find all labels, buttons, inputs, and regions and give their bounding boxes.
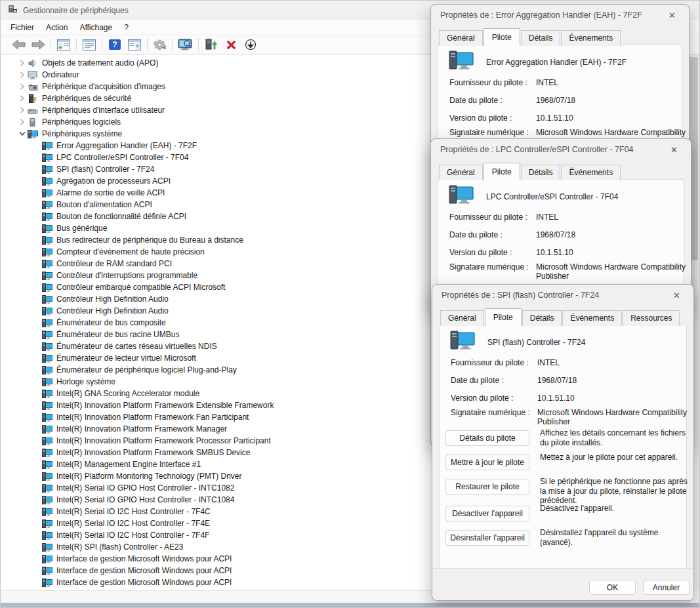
tree-device-label: LPC Controller/eSPI Controller - 7F04: [56, 153, 188, 162]
tab-événements[interactable]: Événements: [561, 30, 621, 46]
tab-détails[interactable]: Détails: [522, 310, 562, 326]
close-icon[interactable]: ✕: [665, 9, 680, 22]
tree-device-label: Intel(R) Serial IO GPIO Host Controller …: [56, 495, 234, 504]
tree-device-label: Bus générique: [56, 224, 107, 233]
tree-device-label: Énumérateur de bus composite: [56, 318, 166, 327]
toolbar-group: [6, 37, 51, 52]
export-list-icon[interactable]: [81, 37, 97, 52]
dialog-footer: OK Annuler: [432, 568, 693, 600]
system-device-icon: [42, 165, 52, 174]
tree-device-label: Contrôleur embarqué compatible ACPI Micr…: [56, 283, 225, 292]
tree-device-label: SPI (flash) Controller - 7F24: [56, 165, 154, 174]
field-value: Microsoft Windows Hardware Compatibility…: [536, 262, 692, 281]
tab-ressources[interactable]: Ressources: [623, 310, 680, 326]
system-device-icon: [42, 354, 52, 363]
chevron-right-icon[interactable]: [17, 107, 28, 113]
system-device-icon: [42, 531, 52, 540]
chevron-right-icon[interactable]: [17, 119, 28, 125]
restaurer-le-pilote-button[interactable]: Restaurer le pilote: [445, 479, 529, 495]
tree-device-label: Intel(R) Management Engine Interface #1: [56, 460, 201, 469]
tree-category-label: Périphériques logiciels: [42, 117, 121, 127]
tree-device-label: Contrôleur de RAM standard PCI: [56, 259, 172, 268]
ok-button[interactable]: OK: [589, 580, 636, 595]
desktop-strip: [1, 603, 699, 607]
chevron-down-icon[interactable]: [17, 131, 28, 136]
chevron-right-icon[interactable]: [17, 83, 28, 90]
cancel-button[interactable]: Annuler: [643, 580, 690, 595]
chevron-right-icon[interactable]: [17, 95, 28, 102]
mettre-jour-le-pilote-button[interactable]: Mettre à jour le pilote: [445, 455, 529, 470]
field-value: 10.1.51.10: [537, 394, 693, 403]
tab-détails[interactable]: Détails: [521, 165, 561, 180]
tab-pilote[interactable]: Pilote: [484, 163, 520, 180]
menu-item-action[interactable]: Action: [40, 22, 73, 33]
show-console-tree-icon[interactable]: [56, 37, 72, 52]
dialog-title: Propriétés de : LPC Controller/eSPI Cont…: [440, 145, 634, 154]
dialog-titlebar: Propriétés de : LPC Controller/eSPI Cont…: [431, 139, 691, 160]
tab-pilote[interactable]: Pilote: [485, 308, 522, 326]
menu-item-affichage[interactable]: Affichage: [73, 22, 118, 33]
tree-category-label: Périphériques de sécurité: [42, 94, 131, 103]
action-description: Si le périphérique ne fonctionne pas apr…: [540, 477, 692, 506]
tree-device-label: Compteur d'événement de haute précision: [56, 247, 205, 256]
system-device-icon: [42, 176, 52, 186]
field-label: Signataire numérique :: [449, 262, 529, 272]
back-icon[interactable]: [10, 37, 26, 52]
system-device-icon: [42, 235, 52, 245]
d-tails-du-pilote-button[interactable]: Détails du pilote: [445, 430, 529, 446]
tab-événements[interactable]: Événements: [561, 165, 621, 180]
field-label: Version du pilote :: [451, 394, 513, 403]
tree-device-label: Intel(R) Serial IO I2C Host Controller -…: [56, 507, 211, 516]
system-device-icon: [42, 460, 52, 470]
system-device-icon: [42, 483, 52, 493]
tree-device-label: Intel(R) Serial IO I2C Host Controller -…: [56, 531, 209, 540]
field-label: Date du pilote :: [449, 230, 503, 239]
device-row: SPI (flash) Controller - 7F24: [449, 331, 585, 354]
show-action-pane-icon[interactable]: [127, 37, 142, 52]
tab-général[interactable]: Général: [440, 310, 484, 326]
app-icon: [7, 5, 18, 16]
system-device-icon: [42, 318, 52, 328]
tree-device-label: Intel(R) Serial IO I2C Host Controller -…: [56, 519, 210, 528]
tree-device-label: Contrôleur High Definition Audio: [56, 306, 169, 315]
field-label: Version du pilote :: [449, 113, 512, 123]
menu-item-fichier[interactable]: Fichier: [5, 22, 40, 33]
tab-détails[interactable]: Détails: [521, 30, 561, 46]
audio-category-icon: [28, 58, 38, 68]
tab-événements[interactable]: Événements: [562, 310, 622, 326]
tree-device-label: Énumérateur de bus racine UMBus: [56, 330, 179, 339]
field-label: Fournisseur du pilote :: [449, 78, 527, 87]
tab-général[interactable]: Général: [439, 165, 483, 180]
system-device-icon: [42, 377, 52, 387]
close-icon[interactable]: ✕: [667, 144, 682, 156]
toolbar-group: [77, 37, 102, 52]
field-value: Microsoft Windows Hardware Compatibility…: [537, 408, 693, 426]
device-row: Error Aggregation Handler (EAH) - 7F2F: [448, 51, 627, 73]
tree-category-label: Ordinateur: [42, 70, 79, 79]
update-driver-icon[interactable]: [203, 37, 219, 52]
toolbar-group: ?: [102, 37, 147, 52]
system-device-icon: [42, 200, 52, 210]
chevron-right-icon[interactable]: [17, 71, 28, 78]
chevron-right-icon[interactable]: [17, 60, 28, 66]
system-device-icon: [42, 424, 52, 434]
system-device-icon: [42, 224, 52, 233]
tree-category-label: Périphériques d'interface utilisateur: [42, 106, 165, 115]
scan-hardware-changes-icon[interactable]: [152, 37, 168, 52]
tab-général[interactable]: Général: [439, 30, 483, 46]
tree-device-label: Error Aggregation Handler (EAH) - 7F2F: [56, 141, 197, 150]
system-device-icon: [42, 472, 52, 481]
forward-icon[interactable]: [30, 37, 46, 52]
toolbar-group: [199, 37, 263, 52]
d-sactiver-l-appareil-button[interactable]: Désactiver l'appareil: [445, 506, 529, 521]
help-icon[interactable]: ?: [107, 37, 123, 52]
tab-pilote[interactable]: Pilote: [484, 28, 520, 46]
d-sinstaller-l-appareil-button[interactable]: Désinstaller l'appareil: [445, 530, 529, 546]
uninstall-device-icon[interactable]: [223, 37, 239, 52]
menu-item-help[interactable]: ?: [118, 22, 134, 33]
system-device-icon: [42, 519, 52, 529]
close-icon[interactable]: ✕: [669, 289, 684, 302]
software-category-icon: [28, 117, 38, 127]
search-computer-icon[interactable]: [178, 37, 194, 52]
disable-device-icon[interactable]: [243, 37, 258, 52]
